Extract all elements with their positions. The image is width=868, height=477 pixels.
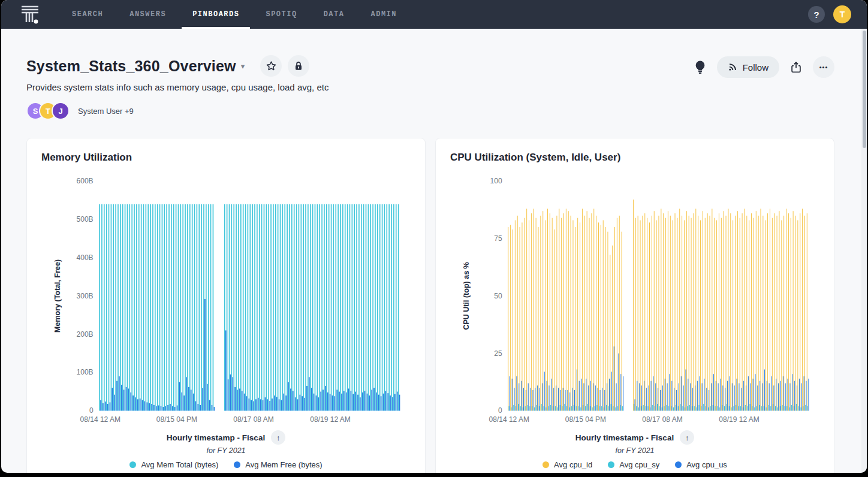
page-title[interactable]: System_Stats_360_Overview <box>26 58 236 75</box>
pinboard-grid: Memory Utilization 0100B200B300B400B500B… <box>26 138 834 473</box>
lightbulb-icon <box>693 59 707 75</box>
svg-text:25: 25 <box>494 349 502 358</box>
legend-label: Avg Mem Free (bytes) <box>245 460 322 469</box>
memory-utilization-card: Memory Utilization 0100B200B300B400B500B… <box>26 138 426 473</box>
nav-item-search[interactable]: SEARCH <box>59 0 116 29</box>
avatar[interactable]: J <box>52 102 70 120</box>
favorite-button[interactable] <box>260 55 282 77</box>
page-description: Provides system stats info such as memor… <box>26 82 689 92</box>
chart-title: Memory Utilization <box>41 152 411 164</box>
x-axis-subtitle: for FY 2021 <box>41 446 411 455</box>
follow-button[interactable]: Follow <box>717 56 779 78</box>
legend-label: Avg Mem Total (bytes) <box>141 460 218 469</box>
avatar-initial: T <box>46 107 50 116</box>
svg-text:600B: 600B <box>77 177 94 185</box>
legend-label: Avg cpu_id <box>554 460 592 469</box>
svg-text:400B: 400B <box>77 253 94 262</box>
legend-label: Avg cpu_us <box>686 460 727 469</box>
user-initial: T <box>840 10 845 19</box>
pinboard-header: System_Stats_360_Overview ▾ Provides sys… <box>26 55 834 120</box>
owners-row: S T J System User +9 <box>26 102 689 120</box>
avatar-initial: J <box>58 107 62 116</box>
thoughtspot-logo-icon[interactable] <box>1 0 59 29</box>
nav-item-label: SPOTIQ <box>266 10 297 19</box>
svg-text:08/15 04 PM: 08/15 04 PM <box>156 415 197 424</box>
nav-item-spotiq[interactable]: SPOTIQ <box>252 0 310 29</box>
legend-dot <box>234 461 240 468</box>
svg-text:CPU Util (top) as %: CPU Util (top) as % <box>462 262 471 330</box>
legend-label: Avg cpu_sy <box>619 460 659 469</box>
svg-text:300B: 300B <box>77 292 94 300</box>
nav-item-label: PINBOARDS <box>192 10 239 19</box>
svg-text:100: 100 <box>490 177 502 185</box>
chevron-down-icon[interactable]: ▾ <box>241 62 245 71</box>
nav-item-data[interactable]: DATA <box>311 0 358 29</box>
x-axis-subtitle: for FY 2021 <box>450 446 819 455</box>
sort-ascending-button[interactable]: ↑ <box>680 430 694 445</box>
legend-item[interactable]: Avg Mem Total (bytes) <box>129 460 218 469</box>
svg-text:50: 50 <box>494 292 502 300</box>
cpu-utilization-chart[interactable]: 0255075100CPU Util (top) as %08/14 12 AM… <box>450 172 819 427</box>
memory-utilization-chart[interactable]: 0100B200B300B400B500B600BMemory (Total, … <box>41 172 411 427</box>
svg-text:08/17 08 AM: 08/17 08 AM <box>233 415 273 424</box>
nav-right-actions: ? T <box>808 0 867 29</box>
legend-item[interactable]: Avg Mem Free (bytes) <box>234 460 322 469</box>
header-actions: Follow ••• <box>689 56 834 78</box>
svg-text:0: 0 <box>498 406 502 415</box>
svg-text:500B: 500B <box>77 215 94 224</box>
star-icon <box>265 60 278 73</box>
chart-legend: Avg cpu_id Avg cpu_sy Avg cpu_us <box>450 460 819 469</box>
svg-text:75: 75 <box>494 234 502 243</box>
svg-text:08/19 12 AM: 08/19 12 AM <box>719 415 759 424</box>
user-avatar-button[interactable]: T <box>833 5 851 23</box>
svg-text:08/17 08 AM: 08/17 08 AM <box>642 415 682 424</box>
svg-text:100B: 100B <box>77 368 94 376</box>
svg-text:08/14 12 AM: 08/14 12 AM <box>489 415 529 424</box>
lock-icon <box>293 60 305 72</box>
legend-dot <box>129 461 136 468</box>
insights-button[interactable] <box>689 56 711 78</box>
nav-item-label: DATA <box>324 10 345 19</box>
follow-label: Follow <box>743 62 768 73</box>
more-options-button[interactable]: ••• <box>813 56 834 78</box>
help-icon: ? <box>813 10 819 20</box>
nav-item-label: ADMIN <box>370 10 397 19</box>
svg-text:08/19 12 AM: 08/19 12 AM <box>310 415 350 424</box>
svg-text:Memory (Total, Free): Memory (Total, Free) <box>53 259 62 333</box>
owners-label: System User +9 <box>78 107 134 116</box>
x-axis-title: Hourly timestamp - Fiscal <box>575 433 674 442</box>
legend-dot <box>608 461 614 468</box>
legend-item[interactable]: Avg cpu_id <box>542 460 592 469</box>
avatar-initial: S <box>33 107 38 116</box>
sort-ascending-button[interactable]: ↑ <box>271 430 285 445</box>
svg-text:0: 0 <box>89 406 94 415</box>
share-button[interactable] <box>785 56 807 78</box>
arrow-up-icon: ↑ <box>276 433 281 442</box>
svg-text:200B: 200B <box>77 330 94 339</box>
scrollbar-track[interactable] <box>861 29 867 473</box>
chart-legend: Avg Mem Total (bytes) Avg Mem Free (byte… <box>41 460 411 469</box>
legend-dot <box>542 461 549 468</box>
legend-item[interactable]: Avg cpu_us <box>675 460 727 469</box>
svg-text:08/14 12 AM: 08/14 12 AM <box>80 415 120 424</box>
nav-item-answers[interactable]: ANSWERS <box>116 0 179 29</box>
top-nav: SEARCH ANSWERS PINBOARDS SPOTIQ DATA ADM… <box>1 0 867 29</box>
cpu-utilization-card: CPU Utilization (System, Idle, User) 025… <box>435 138 834 473</box>
nav-item-label: ANSWERS <box>129 10 166 19</box>
ellipsis-icon: ••• <box>819 64 828 71</box>
help-button[interactable]: ? <box>808 6 825 23</box>
scrollbar-thumb[interactable] <box>863 31 866 148</box>
app-window: SEARCH ANSWERS PINBOARDS SPOTIQ DATA ADM… <box>1 0 867 473</box>
legend-dot <box>675 461 682 468</box>
permissions-button[interactable] <box>288 55 309 77</box>
legend-item[interactable]: Avg cpu_sy <box>608 460 659 469</box>
arrow-up-icon: ↑ <box>685 433 689 442</box>
nav-item-admin[interactable]: ADMIN <box>357 0 410 29</box>
rss-icon <box>728 62 737 72</box>
nav-menu: SEARCH ANSWERS PINBOARDS SPOTIQ DATA ADM… <box>59 0 410 29</box>
svg-text:08/15 04 PM: 08/15 04 PM <box>565 415 606 424</box>
chart-title: CPU Utilization (System, Idle, User) <box>450 152 819 164</box>
nav-item-pinboards[interactable]: PINBOARDS <box>179 0 252 29</box>
x-axis-title: Hourly timestamp - Fiscal <box>167 433 265 442</box>
nav-item-label: SEARCH <box>72 10 103 19</box>
